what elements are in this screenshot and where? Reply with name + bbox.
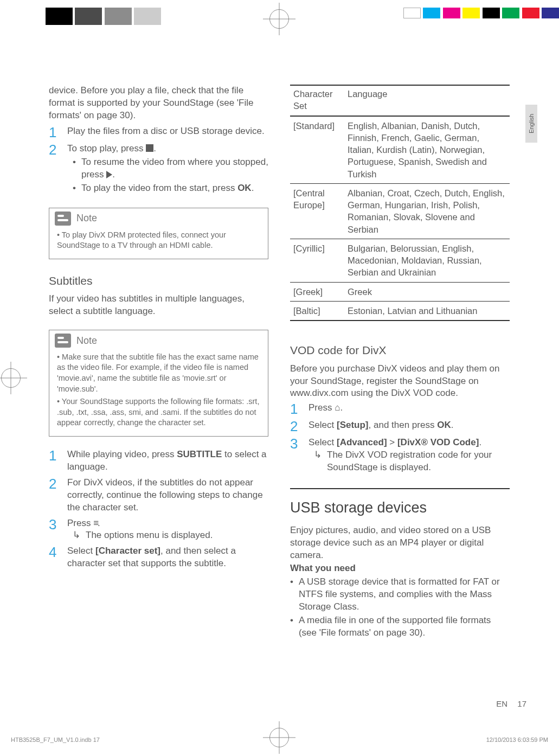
step-number: 4 xyxy=(49,545,60,570)
menu-option: [Setup] xyxy=(337,420,369,430)
list-item: A media file in one of the supported fil… xyxy=(290,614,510,639)
charset-name: [Central Europe] xyxy=(290,183,344,239)
step-number: 2 xyxy=(49,143,60,196)
charset-langs: Bulgarian, Belorussian, English, Macedon… xyxy=(344,239,510,282)
list-item: 4 Select [Character set], and then selec… xyxy=(49,545,268,570)
usb-heading: USB storage devices xyxy=(290,498,510,517)
step-text: Press xyxy=(67,518,93,528)
result-text: The options menu is displayed. xyxy=(86,529,213,542)
language-tab: English xyxy=(525,105,537,143)
note-icon xyxy=(55,212,71,226)
step-number: 2 xyxy=(49,477,60,514)
subtitles-heading: Subtitles xyxy=(49,273,268,289)
registration-mark-bottom xyxy=(263,721,295,754)
list-item: 1 While playing video, press SUBTITLE to… xyxy=(49,449,268,473)
charset-name: [Cyrillic] xyxy=(290,239,344,282)
step-body: Play the files from a disc or USB storag… xyxy=(67,125,268,139)
charset-name: [Greek] xyxy=(290,282,344,301)
list-item: 2 To stop play, press . To resume the vi… xyxy=(49,143,268,196)
subtitles-intro: If your video has subtitles in multiple … xyxy=(49,293,268,318)
step-text: Press xyxy=(309,402,335,413)
home-icon: ⌂ xyxy=(335,402,340,413)
list-item: 1 Press ⌂. xyxy=(290,402,510,416)
table-row: [Cyrillic]Bulgarian, Belorussian, Englis… xyxy=(290,239,510,282)
vod-heading: VOD code for DivX xyxy=(290,343,510,358)
note-box: Note To play DivX DRM protected files, c… xyxy=(49,208,268,259)
charset-name: [Baltic] xyxy=(290,301,344,321)
list-item: 1 Play the files from a disc or USB stor… xyxy=(49,125,268,139)
note-item: To play DivX DRM protected files, connec… xyxy=(57,230,260,251)
character-set-table: Character Set Language [Standard]English… xyxy=(290,85,510,321)
note-item: Make sure that the subtitle file has the… xyxy=(57,352,260,394)
step-text: . xyxy=(98,518,100,528)
bullet-text: . xyxy=(252,183,254,193)
step-text: Select xyxy=(67,546,95,556)
step-number: 1 xyxy=(290,402,301,416)
step-number: 1 xyxy=(49,449,60,473)
step-number: 3 xyxy=(49,517,60,542)
left-column: device. Before you play a file, check th… xyxy=(49,85,268,640)
step-text: > xyxy=(387,437,397,447)
charset-langs: Estonian, Latvian and Lithuanian xyxy=(344,301,510,321)
list-item: 3 Press ≡. The options menu is displayed… xyxy=(49,517,268,542)
menu-option: [Character set] xyxy=(95,546,160,556)
list-item: 2 Select [Setup], and then press OK. xyxy=(290,419,510,433)
charset-langs: Albanian, Croat, Czech, Dutch, English, … xyxy=(344,183,510,239)
page-no: 17 xyxy=(517,699,526,708)
intro-text: device. Before you play a file, check th… xyxy=(49,85,268,122)
list-item: 2 For DivX videos, if the subtitles do n… xyxy=(49,477,268,514)
menu-option: [Advanced] xyxy=(337,437,387,447)
section-divider xyxy=(290,488,510,489)
subtitle-steps: 1 While playing video, press SUBTITLE to… xyxy=(49,449,268,570)
table-header: Language xyxy=(344,85,510,116)
what-you-need-heading: What you need xyxy=(290,563,356,573)
usb-intro: Enjoy pictures, audio, and video stored … xyxy=(290,524,510,562)
list-item: To play the video from the start, press … xyxy=(73,182,268,195)
play-icon xyxy=(106,171,112,178)
list-item: A USB storage device that is formatted f… xyxy=(290,576,510,613)
stop-icon xyxy=(146,144,153,152)
registration-mark-left xyxy=(0,362,27,394)
table-row: [Greek]Greek xyxy=(290,282,510,301)
result-text: The DivX VOD registration code for your … xyxy=(327,449,510,474)
lang-code: EN xyxy=(496,699,507,708)
step-text: For DivX videos, if the subtitles do not… xyxy=(67,477,268,514)
step-text: . xyxy=(340,402,343,413)
step-text: . xyxy=(479,437,481,447)
ok-label: OK xyxy=(237,183,252,193)
menu-option: [DivX® VOD Code] xyxy=(397,437,479,447)
timestamp-footer: 12/10/2013 6:03:59 PM xyxy=(486,736,548,743)
ok-label: OK xyxy=(437,420,451,430)
charset-name: [Standard] xyxy=(290,116,344,184)
table-row: [Baltic]Estonian, Latvian and Lithuanian xyxy=(290,301,510,321)
note-icon xyxy=(55,334,71,348)
table-row: [Standard]English, Albanian, Danish, Dut… xyxy=(290,116,510,184)
table-header: Character Set xyxy=(290,85,344,116)
registration-mark-top xyxy=(263,3,295,35)
step-text: Select xyxy=(309,437,337,447)
list-item: 3 Select [Advanced] > [DivX® VOD Code]. … xyxy=(290,437,510,474)
step-text: . xyxy=(451,420,454,430)
charset-langs: English, Albanian, Danish, Dutch, Finnis… xyxy=(344,116,510,184)
step-number: 2 xyxy=(290,419,301,433)
charset-langs: Greek xyxy=(344,282,510,301)
need-item: A media file in one of the supported fil… xyxy=(299,614,510,639)
vod-intro: Before you purchase DivX videos and play… xyxy=(290,363,510,400)
vod-steps: 1 Press ⌂. 2 Select [Setup], and then pr… xyxy=(290,402,510,474)
page-number: EN 17 xyxy=(496,699,526,708)
step-number: 1 xyxy=(49,125,60,139)
step-text: To stop play, press xyxy=(67,143,146,153)
bullet-text: To play the video from the start, press xyxy=(81,183,237,193)
playback-steps: 1 Play the files from a disc or USB stor… xyxy=(49,125,268,196)
step-number: 3 xyxy=(290,437,301,474)
step-text: While playing video, press xyxy=(67,449,177,459)
list-item: To resume the video from where you stopp… xyxy=(73,156,268,181)
table-row: [Central Europe]Albanian, Croat, Czech, … xyxy=(290,183,510,239)
right-column: Character Set Language [Standard]English… xyxy=(290,85,510,640)
page-content: device. Before you play a file, check th… xyxy=(49,85,510,640)
step-body: To stop play, press . To resume the vide… xyxy=(67,143,268,196)
options-icon: ≡ xyxy=(93,517,98,530)
note-item: Your SoundStage supports the following f… xyxy=(57,396,260,428)
subtitle-button-label: SUBTITLE xyxy=(177,449,222,459)
note-title: Note xyxy=(76,212,97,225)
